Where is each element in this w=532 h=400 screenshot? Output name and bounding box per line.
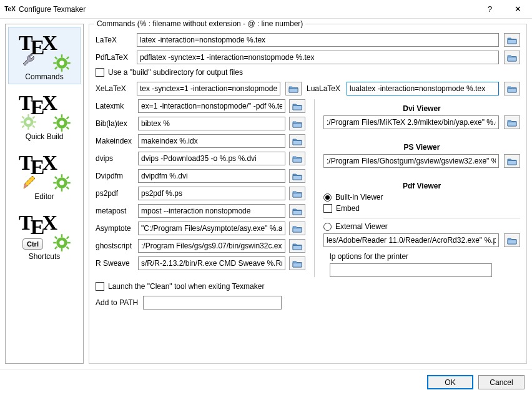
help-button[interactable]: ? (476, 0, 504, 19)
cmd-label: Bib(la)tex (96, 119, 134, 128)
sidebar-item-editor[interactable]: TEX Editor (8, 147, 81, 204)
launch-clean-checkbox[interactable] (96, 282, 104, 291)
folder-icon (507, 54, 517, 62)
external-viewer-label: External Viewer (335, 222, 388, 231)
folder-icon (292, 207, 302, 215)
button-bar: OK Cancel (0, 369, 532, 395)
cmd-label: Dvipdfm (96, 172, 134, 180)
browse-button[interactable] (289, 222, 305, 235)
wrench-icon (21, 52, 40, 71)
ok-button[interactable]: OK (427, 375, 473, 389)
cmd-label: R Sweave (96, 259, 134, 268)
folder-icon (507, 237, 517, 245)
xelatex-label: XeLaTeX (96, 84, 132, 93)
gears-icon (20, 114, 39, 132)
folder-icon (507, 119, 517, 127)
separator (323, 218, 520, 218)
cmd-input-8[interactable] (138, 239, 285, 253)
cmd-input-2[interactable] (138, 134, 285, 148)
folder-icon (292, 225, 302, 233)
commands-group: Commands (% : filename without extension… (89, 24, 527, 364)
ps-viewer-input[interactable] (323, 154, 499, 168)
cmd-label: Asymptote (96, 224, 134, 233)
cmd-input-3[interactable] (138, 152, 285, 165)
browse-button[interactable] (285, 82, 302, 95)
folder-icon (292, 102, 302, 110)
browse-button[interactable] (289, 117, 305, 130)
xelatex-input[interactable] (137, 82, 280, 95)
folder-icon (292, 120, 302, 128)
gear-icon (52, 114, 71, 132)
gear-icon (52, 233, 71, 252)
folder-icon (292, 190, 302, 198)
browse-button[interactable] (289, 169, 305, 183)
lualatex-label: LuaLaTeX (307, 84, 342, 93)
sidebar-item-commands[interactable]: TEX Commands (8, 27, 81, 84)
add-to-path-input[interactable] (143, 296, 282, 310)
cmd-input-6[interactable] (138, 204, 285, 218)
pencil-icon (21, 173, 37, 192)
ps-viewer-title: PS Viewer (323, 143, 520, 152)
sidebar-label: Editor (34, 192, 54, 201)
cmd-label: ps2pdf (96, 189, 134, 198)
browse-button[interactable] (289, 239, 305, 253)
folder-icon (292, 155, 302, 163)
browse-button[interactable] (289, 99, 305, 113)
browse-button[interactable] (504, 51, 520, 64)
browse-button[interactable] (289, 134, 305, 148)
app-icon: TeX (5, 4, 15, 14)
add-to-path-label: Add to PATH (96, 298, 138, 307)
lp-options-label: lp options for the printer (330, 252, 520, 261)
use-build-checkbox[interactable] (96, 68, 104, 77)
folder-icon (507, 36, 517, 44)
browse-button[interactable] (504, 154, 520, 168)
cmd-label: ghostscript (96, 241, 134, 250)
lp-options-input[interactable] (330, 263, 492, 277)
folder-icon (292, 137, 302, 145)
embed-checkbox[interactable] (323, 204, 332, 213)
browse-button[interactable] (289, 204, 305, 218)
sidebar-item-quickbuild[interactable]: TEX Quick Build (8, 87, 81, 144)
cmd-input-7[interactable] (138, 222, 285, 235)
external-viewer-input[interactable] (323, 233, 499, 247)
cancel-button[interactable]: Cancel (478, 375, 525, 389)
ctrl-key-icon: Ctrl (22, 238, 43, 250)
window-title: Configure Texmaker (19, 5, 476, 14)
cmd-input-9[interactable] (138, 256, 285, 270)
cmd-label: Latexmk (96, 102, 134, 110)
browse-button[interactable] (289, 152, 305, 165)
browse-button[interactable] (504, 33, 520, 47)
sidebar: TEX Commands TEX Quick Build TEX Editor (5, 24, 84, 364)
close-button[interactable]: ✕ (504, 0, 532, 19)
cmd-input-5[interactable] (138, 187, 285, 200)
use-build-label: Use a "build" subdirectory for output fi… (108, 68, 243, 77)
cmd-input-0[interactable] (138, 99, 285, 113)
builtin-viewer-radio[interactable] (323, 193, 332, 202)
folder-icon (292, 172, 302, 180)
folder-icon (288, 85, 298, 93)
browse-button[interactable] (289, 256, 305, 270)
cmd-input-1[interactable] (138, 117, 285, 130)
folder-icon (507, 157, 517, 165)
browse-button[interactable] (504, 115, 520, 129)
launch-clean-label: Launch the "Clean" tool when exiting Tex… (108, 282, 264, 291)
pdflatex-label: PdfLaTeX (96, 53, 132, 62)
gear-icon (52, 54, 71, 72)
pdf-viewer-title: Pdf Viewer (323, 182, 520, 190)
titlebar: TeX Configure Texmaker ? ✕ (0, 0, 532, 19)
sidebar-item-shortcuts[interactable]: TEX Ctrl Shortcuts (8, 207, 81, 264)
latex-input[interactable] (137, 33, 499, 47)
cmd-input-4[interactable] (138, 169, 285, 183)
sidebar-label: Commands (25, 72, 63, 81)
group-title: Commands (% : filename without extension… (94, 19, 305, 28)
dvi-viewer-input[interactable] (323, 115, 499, 129)
browse-button[interactable] (289, 187, 305, 200)
browse-button[interactable] (504, 233, 520, 247)
builtin-viewer-label: Built-in Viewer (335, 193, 383, 202)
dvi-viewer-title: Dvi Viewer (323, 104, 520, 113)
latex-label: LaTeX (96, 36, 132, 44)
pdflatex-input[interactable] (137, 51, 499, 64)
external-viewer-radio[interactable] (323, 223, 332, 231)
browse-button[interactable] (504, 82, 520, 95)
lualatex-input[interactable] (347, 82, 499, 95)
